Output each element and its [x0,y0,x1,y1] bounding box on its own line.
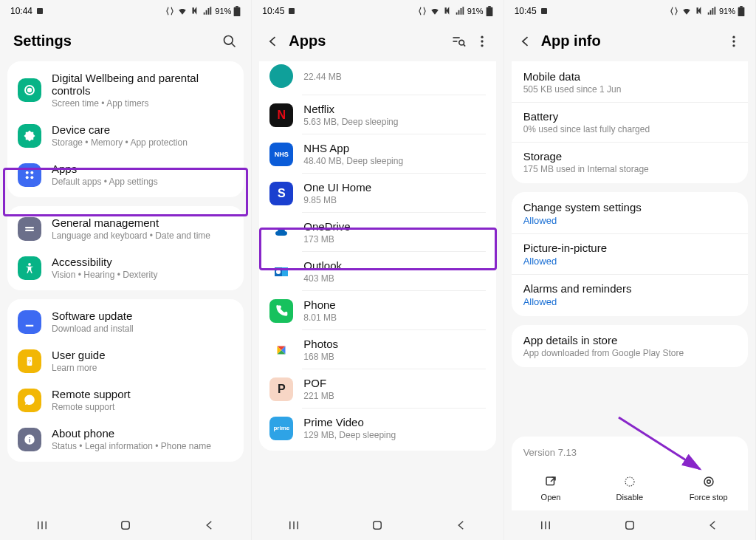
app-row[interactable]: primePrime Video129 MB, Deep sleeping [259,409,495,448]
app-row[interactable]: Photos168 MB [259,330,495,369]
svg-rect-23 [486,7,492,16]
settings-row-guide[interactable]: ? User guide Learn more [7,341,244,380]
svg-rect-45 [546,477,554,485]
forcestop-button[interactable]: Force stop [669,474,748,502]
status-right: 91% [417,6,493,16]
settings-row-accessibility[interactable]: Accessibility Vision • Hearing • Dexteri… [7,248,244,287]
nav-bar [252,510,503,540]
svg-rect-40 [738,7,745,16]
row-mobile-data[interactable]: Mobile data 505 KB used since 1 Jun [512,63,748,102]
app-icon [269,221,293,245]
row-store[interactable]: App details in store App downloaded from… [512,327,748,366]
recents-button[interactable] [33,516,51,534]
more-icon[interactable] [474,33,490,49]
svg-rect-33 [282,267,288,276]
row-alarms[interactable]: Alarms and reminders Allowed [512,274,748,315]
app-sub: 48.40 MB, Deep sleeping [303,156,485,166]
row-storage[interactable]: Storage 175 MB used in Internal storage [512,142,748,182]
svg-rect-0 [37,8,43,14]
vibrate-icon [417,6,427,16]
app-title: Outlook [303,259,485,272]
home-button[interactable] [368,516,386,534]
row-sub: Vision • Hearing • Dexterity [52,270,233,280]
row-sub: 505 KB used since 1 Jun [523,84,736,95]
open-button[interactable]: Open [512,474,591,502]
settings-group: Digital Wellbeing and parental controls … [7,61,244,197]
row-change-settings[interactable]: Change system settings Allowed [512,194,748,233]
svg-point-31 [481,44,483,47]
version-section: Version 7.13 Open Disable Force stop [512,437,748,510]
settings-row-remote[interactable]: Remote support Remote support [7,380,244,420]
home-button[interactable] [117,516,134,534]
vibrate-icon [165,6,175,16]
svg-point-46 [625,477,634,486]
recents-button[interactable] [537,516,554,534]
settings-row-about[interactable]: i About phone Status • Legal information… [7,420,244,459]
back-button[interactable] [453,516,470,534]
back-button[interactable] [704,516,722,534]
settings-row-apps[interactable]: Apps Default apps • App settings [7,155,244,194]
app-title: Prime Video [303,416,485,428]
page-title: Settings [13,33,214,49]
row-sub: 0% used since last fully charged [523,124,736,134]
appinfo-content: Mobile data 505 KB used since 1 Jun Batt… [504,61,755,510]
app-icon [269,299,293,323]
row-sub: Learn more [52,363,233,373]
app-title: POF [303,377,485,389]
app-row[interactable]: PPOF221 MB [259,369,495,409]
app-row[interactable]: SOne UI Home9.85 MB [259,174,495,213]
app-row[interactable]: NHSNHS App48.40 MB, Deep sleeping [259,134,495,174]
row-pip[interactable]: Picture-in-picture Allowed [512,233,748,274]
notification-icon [35,7,44,16]
app-sub: 221 MB [303,391,485,401]
svg-rect-39 [541,8,547,14]
accessibility-icon [18,256,41,280]
app-row[interactable]: Outlook403 MB [259,252,495,291]
row-title: Alarms and reminders [523,282,736,295]
settings-group: General management Language and keyboard… [7,206,244,290]
app-row[interactable]: Phone8.01 MB [259,291,495,330]
app-row[interactable]: OneDrive173 MB [259,213,495,252]
settings-row-wellbeing[interactable]: Digital Wellbeing and parental controls … [7,64,244,116]
recents-button[interactable] [285,516,303,534]
filter-search-icon[interactable] [450,33,467,49]
svg-point-43 [732,40,735,42]
svg-point-44 [732,44,735,47]
settings-row-devicecare[interactable]: Device care Storage • Memory • App prote… [7,116,244,155]
row-battery[interactable]: Battery 0% used since last fully charged [512,102,748,142]
apps-icon [18,163,41,187]
app-row[interactable]: 22.44 MB [259,61,495,95]
status-time: 10:45 [515,6,537,16]
general-icon [18,217,41,241]
back-icon[interactable] [518,33,534,49]
about-icon: i [18,428,41,451]
more-icon[interactable] [726,33,742,49]
app-row[interactable]: NNetflix5.63 MB, Deep sleeping [259,95,495,134]
disable-button[interactable]: Disable [590,474,669,502]
row-title: Remote support [52,388,233,400]
home-button[interactable] [621,516,639,534]
wellbeing-icon [18,78,41,102]
store-section: App details in store App downloaded from… [512,325,748,367]
row-title: App details in store [523,334,736,346]
settings-row-general[interactable]: General management Language and keyboard… [7,209,244,248]
row-title: User guide [52,349,233,361]
status-right: 91% [165,6,241,16]
back-icon[interactable] [265,33,281,49]
usage-section: Mobile data 505 KB used since 1 Jun Batt… [512,61,748,183]
signal-icon [202,6,213,16]
action-label: Force stop [690,493,728,502]
svg-rect-12 [25,229,34,230]
volte-icon [442,6,453,16]
back-button[interactable] [201,516,219,534]
row-sub: Language and keyboard • Date and time [52,230,233,241]
notification-icon [540,7,549,16]
row-link: Allowed [523,256,736,267]
app-list: 22.44 MBNNetflix5.63 MB, Deep sleepingNH… [259,61,495,451]
svg-rect-22 [289,8,295,14]
settings-row-update[interactable]: Software update Download and install [7,302,244,341]
search-icon[interactable] [221,33,238,49]
row-title: Battery [523,110,736,123]
perms-section: Change system settings Allowed Picture-i… [512,192,748,316]
svg-rect-24 [488,6,491,7]
